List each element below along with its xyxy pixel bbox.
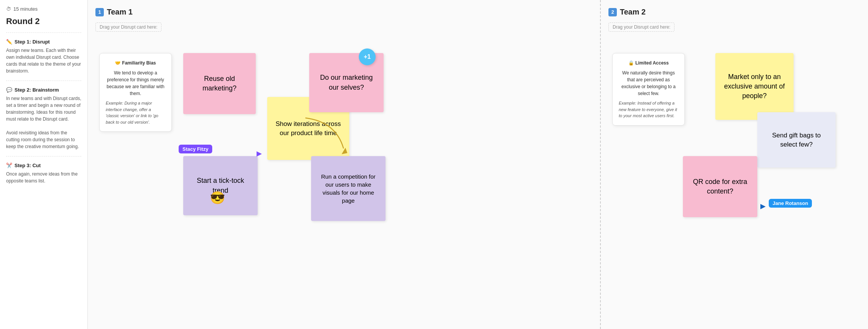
step-2-body: In new teams and with Disrupt cards, set… xyxy=(6,95,81,150)
step-1-section: ✏️ Step 1: Disrupt Assign new teams. Eac… xyxy=(6,39,81,74)
step-2-header: 💬 Step 2: Brainstorm xyxy=(6,87,81,93)
step-3-icon: ✂️ xyxy=(6,163,12,168)
round-title: Round 2 xyxy=(6,16,81,26)
team-2-cards-area[interactable]: 🔒 Limited Access We naturally desire thi… xyxy=(608,38,860,305)
step-3-section: ✂️ Step 3: Cut Once again, remove ideas … xyxy=(6,163,81,184)
sticky-gift-bags[interactable]: Send gift bags to select few? xyxy=(757,112,836,168)
step-3-header: ✂️ Step 3: Cut xyxy=(6,163,81,168)
disrupt-card-2-example: Example: Instead of offering a new featu… xyxy=(619,100,678,119)
sticky-market-exclusive[interactable]: Market only to an exclusive amount of pe… xyxy=(715,53,794,120)
user-label-jane: Jane Rotanson xyxy=(769,199,812,208)
team-2-drag-hint: Drag your Disrupt card here: xyxy=(608,23,674,32)
sidebar: ⏱ 15 minutes Round 2 ✏️ Step 1: Disrupt … xyxy=(0,0,88,329)
disrupt-card-1-body: We tend to develop a preference for thin… xyxy=(106,69,165,97)
step-1-icon: ✏️ xyxy=(6,39,12,45)
team-1-header: 1 Team 1 xyxy=(95,8,592,16)
team-1-disrupt-card[interactable]: 🤝 Familiarity Bias We tend to develop a … xyxy=(99,53,172,132)
step-1-label: Step 1: Disrupt xyxy=(15,39,50,45)
disrupt-card-1-example: Example: During a major interface change… xyxy=(106,100,165,125)
sticky-qr-code[interactable]: QR code for extra content? xyxy=(683,156,757,217)
sticky-competition[interactable]: Run a competition for our users to make … xyxy=(311,156,386,221)
step-1-header: ✏️ Step 1: Disrupt xyxy=(6,39,81,45)
team-2-disrupt-card[interactable]: 🔒 Limited Access We naturally desire thi… xyxy=(612,53,685,126)
team-2-badge: 2 xyxy=(608,8,617,16)
team-2-title: Team 2 xyxy=(620,8,645,16)
team-1-cards-area[interactable]: 🤝 Familiarity Bias We tend to develop a … xyxy=(95,38,592,305)
stacy-cursor: ◀ xyxy=(257,149,262,158)
team-1-title: Team 1 xyxy=(107,8,132,16)
disrupt-card-2-body: We naturally desire things that are perc… xyxy=(619,69,678,97)
timer-display: ⏱ 15 minutes xyxy=(6,6,81,12)
timer-icon: ⏱ xyxy=(6,6,11,12)
team-1-board: 1 Team 1 Drag your Disrupt card here: 🤝 … xyxy=(88,0,601,329)
step-1-body: Assign new teams. Each with their own in… xyxy=(6,47,81,74)
main-area: 1 Team 1 Drag your Disrupt card here: 🤝 … xyxy=(88,0,868,329)
step-2-section: 💬 Step 2: Brainstorm In new teams and wi… xyxy=(6,87,81,150)
jane-cursor: ▶ xyxy=(760,202,766,210)
step-3-label: Step 3: Cut xyxy=(15,163,41,168)
step-3-body: Once again, remove ideas from the opposi… xyxy=(6,171,81,184)
user-label-stacy: Stacy Fitzy xyxy=(179,145,212,153)
sticky-reuse-marketing[interactable]: Reuse old marketing? xyxy=(183,53,256,114)
emoji-sunglasses: 😎 xyxy=(210,190,225,205)
team-1-drag-hint: Drag your Disrupt card here: xyxy=(95,23,161,32)
disrupt-card-1-title: 🤝 Familiarity Bias xyxy=(106,60,165,66)
step-2-label: Step 2: Brainstorm xyxy=(15,87,59,93)
team-2-header: 2 Team 2 xyxy=(608,8,860,16)
plus-badge: +1 xyxy=(359,48,376,65)
sticky-tick-tock[interactable]: Start a tick-tock trend xyxy=(183,156,258,215)
step-2-icon: 💬 xyxy=(6,87,12,93)
disrupt-card-2-title: 🔒 Limited Access xyxy=(619,60,678,66)
team-2-board: 2 Team 2 Drag your Disrupt card here: 🔒 … xyxy=(601,0,868,329)
team-1-badge: 1 xyxy=(95,8,104,16)
